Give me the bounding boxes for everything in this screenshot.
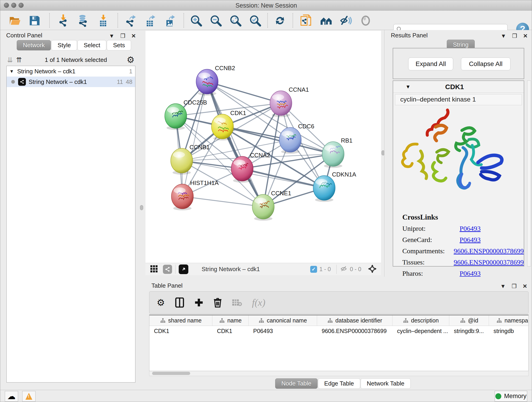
- close-panel-icon[interactable]: ✕: [131, 33, 136, 39]
- memory-button[interactable]: Memory: [495, 391, 527, 402]
- zoom-in-button[interactable]: [190, 14, 203, 27]
- table-header-cell[interactable]: name: [212, 315, 249, 326]
- open-session-button[interactable]: [8, 14, 21, 27]
- network-view[interactable]: CCNB2 CCNA1 CDC25B CDK1 CDC6 RB1 CCNB1 C…: [146, 31, 381, 263]
- crosslink-link[interactable]: 9606.ENSP00000378699: [454, 247, 524, 255]
- table-cell[interactable]: CDK1: [212, 326, 249, 337]
- function-builder-icon[interactable]: f(x): [252, 297, 265, 308]
- network-graph[interactable]: CCNB2 CCNA1 CDC25B CDK1 CDC6 RB1 CCNB1 C…: [146, 31, 381, 263]
- tab-select[interactable]: Select: [77, 40, 106, 51]
- delete-table-icon[interactable]: [232, 298, 242, 307]
- table-header-cell[interactable]: database identifier: [317, 315, 393, 326]
- table-row[interactable]: CDK1CDK1P064939606.ENSP00000378699cyclin…: [149, 326, 528, 337]
- tab-network-table[interactable]: Network Table: [361, 378, 411, 389]
- close-panel-icon[interactable]: ✕: [523, 283, 527, 289]
- zoom-fit-button[interactable]: [229, 14, 242, 27]
- network-node[interactable]: RB1: [322, 137, 353, 168]
- network-collection-row[interactable]: ▼ String Network – cdk1 1: [7, 66, 135, 77]
- crosslink-link[interactable]: P06493: [460, 269, 481, 277]
- node-section-header[interactable]: ▼ CDK1: [393, 81, 524, 93]
- node-count: 11: [117, 78, 123, 85]
- crosslink-link[interactable]: P06493: [460, 225, 481, 232]
- collapse-panel-icon[interactable]: ▼: [109, 33, 114, 39]
- import-network-database-button[interactable]: [76, 14, 89, 27]
- network-node[interactable]: CDC25B: [165, 99, 207, 130]
- birdseye-view-icon[interactable]: [179, 264, 188, 274]
- add-column-icon[interactable]: [194, 298, 203, 307]
- network-node[interactable]: CDC6: [279, 123, 314, 154]
- close-panel-icon[interactable]: ✕: [523, 33, 528, 39]
- table-header-cell[interactable]: shared name: [149, 315, 212, 326]
- grid-view-icon[interactable]: [150, 265, 158, 274]
- expand-all-icon[interactable]: ⇈: [16, 56, 22, 64]
- export-network-button[interactable]: [124, 14, 137, 27]
- expand-all-button[interactable]: Expand All: [408, 57, 453, 70]
- float-panel-icon[interactable]: ❒: [512, 33, 517, 39]
- table-cell[interactable]: cyclin–dependent ...: [393, 326, 449, 337]
- collapse-panel-icon[interactable]: ▼: [501, 33, 506, 39]
- collapse-all-button[interactable]: Collapse All: [461, 57, 510, 70]
- vertical-splitter-handle[interactable]: [140, 205, 143, 210]
- tab-network[interactable]: Network: [17, 40, 51, 51]
- disclosure-triangle-icon[interactable]: ▼: [9, 69, 17, 74]
- zoom-selected-button[interactable]: [249, 14, 262, 27]
- tab-node-table[interactable]: Node Table: [275, 378, 317, 389]
- cloud-button[interactable]: ☁: [5, 391, 18, 402]
- hidden-eye-icon[interactable]: [340, 265, 348, 274]
- share-document-button[interactable]: [299, 14, 313, 27]
- show-columns-icon[interactable]: [175, 298, 184, 307]
- network-edge[interactable]: [207, 82, 263, 207]
- network-row[interactable]: String Network – cdk1 11 48: [7, 77, 135, 87]
- collapse-panel-icon[interactable]: ▼: [500, 283, 506, 289]
- gear-icon[interactable]: ⚙: [127, 55, 134, 65]
- table-cell[interactable]: stringdb:9...: [449, 326, 489, 337]
- table-panel-title: Table Panel: [152, 282, 183, 289]
- table-cell[interactable]: stringdb: [489, 326, 529, 337]
- network-node[interactable]: HIST1H1A: [171, 179, 219, 211]
- float-panel-icon[interactable]: ❒: [512, 283, 517, 289]
- table-header-cell[interactable]: @id: [449, 315, 489, 326]
- network-edge[interactable]: [207, 82, 281, 103]
- table-horizontal-scrollbar[interactable]: [149, 371, 529, 376]
- export-table-button[interactable]: [144, 14, 157, 27]
- results-scrollbar[interactable]: [527, 80, 531, 267]
- table-settings-gear-icon[interactable]: ⚙: [157, 297, 165, 308]
- selected-nodes-checkbox[interactable]: ✓: [310, 266, 317, 273]
- tab-style[interactable]: Style: [51, 40, 77, 51]
- zoom-out-button[interactable]: [209, 14, 222, 27]
- network-edge[interactable]: [182, 196, 263, 207]
- table-cell[interactable]: P06493: [249, 326, 317, 337]
- table-header-cell[interactable]: namespace: [489, 315, 529, 326]
- save-session-button[interactable]: [28, 14, 41, 27]
- scrollbar-thumb[interactable]: [152, 372, 190, 375]
- network-share-icon[interactable]: [163, 265, 172, 274]
- export-image-button[interactable]: [163, 14, 177, 27]
- collapse-all-icon[interactable]: ⇊: [7, 56, 13, 64]
- reposition-crosshair-icon[interactable]: [368, 264, 377, 274]
- crosslink-link[interactable]: 9606.ENSP00000378699: [454, 258, 524, 266]
- tab-edge-table[interactable]: Edge Table: [318, 378, 360, 389]
- import-table-file-button[interactable]: [96, 14, 110, 27]
- crosslink-link[interactable]: P06493: [460, 236, 481, 244]
- network-node[interactable]: CDKN1A: [313, 171, 356, 202]
- eye-disabled-button[interactable]: [359, 14, 372, 27]
- tab-sets[interactable]: Sets: [107, 40, 131, 51]
- network-edge[interactable]: [242, 169, 324, 188]
- network-node[interactable]: CCNB2: [196, 65, 235, 96]
- network-node[interactable]: CDK1: [211, 109, 246, 140]
- node-label: CCNA1: [289, 86, 309, 93]
- import-network-file-button[interactable]: [57, 14, 70, 27]
- delete-column-trash-icon[interactable]: [214, 298, 222, 307]
- float-panel-icon[interactable]: ❒: [120, 33, 125, 39]
- disclosure-triangle-icon[interactable]: ▼: [405, 84, 411, 90]
- show-hide-graphic-details-button[interactable]: [339, 14, 353, 27]
- network-node[interactable]: CCNA1: [270, 86, 309, 117]
- table-header-cell[interactable]: canonical name: [249, 315, 317, 326]
- home-button[interactable]: [320, 14, 333, 27]
- warnings-button[interactable]: [22, 391, 36, 402]
- table-cell[interactable]: 9606.ENSP00000378699: [317, 326, 393, 337]
- network-selection-row: ⇊ ⇈ 1 of 1 Network selected ⚙: [7, 55, 134, 65]
- table-cell[interactable]: CDK1: [149, 326, 212, 337]
- table-header-cell[interactable]: description: [393, 315, 449, 326]
- refresh-button[interactable]: [273, 14, 287, 27]
